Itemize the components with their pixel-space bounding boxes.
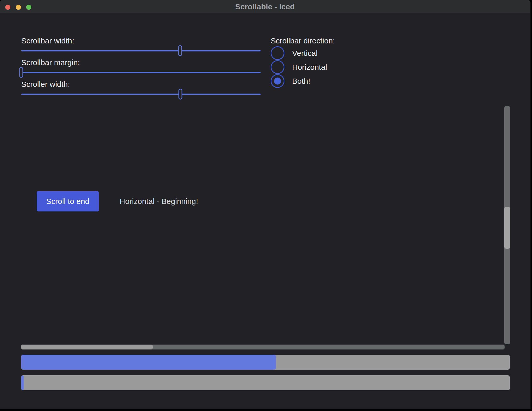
- app-window: Scrollable - Iced Scrollbar width: Scrol…: [0, 0, 530, 409]
- horizontal-progress-bar: [21, 355, 510, 370]
- scroller-width-slider-rail[interactable]: [21, 94, 261, 95]
- scroll-status-text: Horizontal - Beginning!: [120, 197, 198, 206]
- scrollbar-width-slider-rail[interactable]: [21, 50, 261, 51]
- scrollbar-width-slider-handle[interactable]: [178, 45, 182, 56]
- scrollbar-margin-slider-rail[interactable]: [21, 72, 261, 73]
- window-title: Scrollable - Iced: [0, 0, 530, 13]
- scroller-width-slider-handle[interactable]: [179, 89, 182, 100]
- radio-horizontal-label: Horizontal: [292, 63, 327, 72]
- radio-vertical-label: Vertical: [292, 49, 317, 58]
- radio-dot-icon: [274, 78, 281, 85]
- scrollbar-margin-label: Scrollbar margin:: [21, 58, 261, 67]
- scrollbar-width-label: Scrollbar width:: [21, 36, 261, 45]
- scrollbar-width-slider-group: Scrollbar width:: [21, 36, 261, 58]
- radio-vertical[interactable]: Vertical: [271, 46, 317, 60]
- radio-both[interactable]: Both!: [271, 74, 310, 88]
- vertical-progress-bar: [21, 375, 510, 390]
- horizontal-scrollbar-track[interactable]: [21, 345, 505, 349]
- scroller-width-slider-group: Scroller width:: [21, 80, 261, 101]
- title-bar: Scrollable - Iced: [0, 0, 530, 13]
- vertical-progress-fill: [21, 375, 24, 390]
- horizontal-progress-fill: [21, 355, 276, 370]
- radio-circle-icon: [271, 60, 284, 74]
- vertical-scrollbar-thumb[interactable]: [504, 207, 510, 249]
- radio-both-label: Both!: [292, 77, 310, 86]
- scroll-to-end-button[interactable]: Scroll to end: [37, 191, 99, 211]
- scrollbar-direction-group: Scrollbar direction: Vertical Horizontal…: [271, 36, 379, 45]
- scroller-width-label: Scroller width:: [21, 80, 261, 89]
- radio-circle-icon: [271, 74, 284, 88]
- horizontal-scrollbar-thumb[interactable]: [21, 345, 153, 349]
- scrollbar-margin-slider-group: Scrollbar margin:: [21, 58, 261, 80]
- radio-circle-icon: [271, 46, 284, 60]
- scrollable-content-row: Scroll to end Horizontal - Beginning!: [37, 191, 198, 211]
- scrollbar-margin-slider-handle[interactable]: [19, 67, 23, 78]
- radio-horizontal[interactable]: Horizontal: [271, 60, 327, 74]
- scrollbar-direction-header: Scrollbar direction:: [271, 36, 379, 45]
- vertical-scrollbar-track[interactable]: [504, 106, 510, 344]
